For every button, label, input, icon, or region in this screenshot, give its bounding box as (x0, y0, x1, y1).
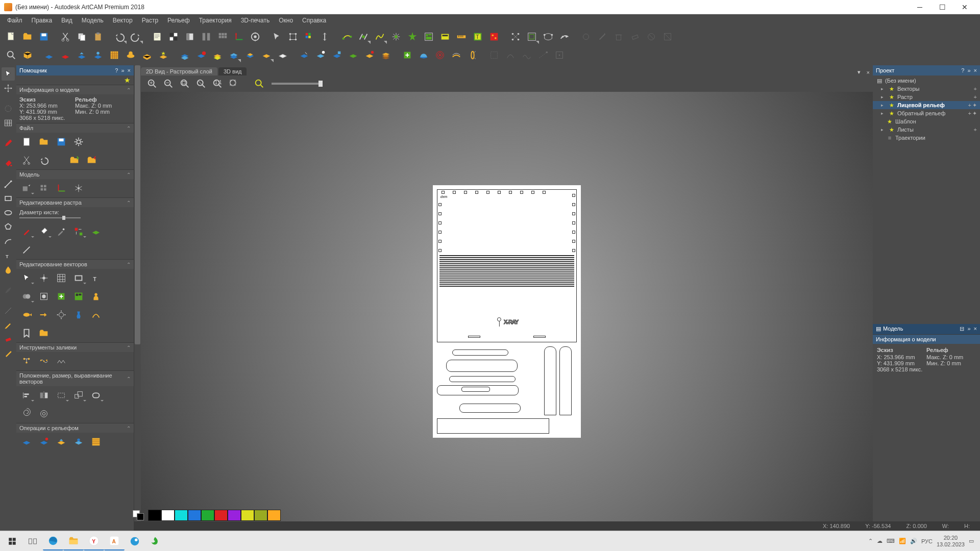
select-arrow-icon[interactable] (2, 67, 15, 81)
shape-inside-icon[interactable] (37, 289, 51, 304)
lighting-icon[interactable] (166, 30, 181, 44)
pick-icon[interactable] (2, 347, 15, 360)
model-section-header[interactable]: Модель⌃ (16, 169, 134, 179)
op-blue-3-icon[interactable] (330, 48, 344, 62)
op-green-icon[interactable] (346, 48, 360, 62)
swatch-white[interactable] (161, 510, 175, 521)
bookmark-icon[interactable] (19, 326, 34, 340)
add2-icon[interactable]: ✦ (972, 102, 977, 109)
zoom-sel-icon[interactable] (194, 77, 208, 91)
color-preview[interactable] (133, 510, 145, 520)
relief-tool-3-icon[interactable] (75, 48, 89, 62)
menu-toolpath[interactable]: Траектория (195, 15, 236, 26)
trash-icon[interactable] (611, 30, 626, 44)
relief-combo-icon[interactable] (54, 435, 68, 449)
origin-icon[interactable] (232, 30, 246, 44)
axis-icon[interactable] (54, 181, 68, 195)
polygon-icon[interactable] (2, 220, 15, 234)
cut-icon[interactable] (58, 30, 72, 44)
minimize-button[interactable]: ─ (909, 0, 931, 14)
table-icon[interactable] (2, 116, 15, 130)
edge-browser-icon[interactable] (43, 532, 63, 550)
arc-icon[interactable] (2, 235, 15, 248)
person-icon[interactable] (89, 289, 103, 304)
tree-item-toolpaths[interactable]: ≡Траектории (873, 134, 980, 142)
shape-merge-icon[interactable] (19, 289, 34, 304)
dashed-box-icon[interactable] (487, 48, 501, 62)
layer-add-icon[interactable] (178, 48, 192, 62)
line2-icon[interactable] (19, 243, 34, 257)
color-swap-icon[interactable] (71, 224, 86, 239)
hide-icon[interactable] (660, 30, 675, 44)
app-green-icon[interactable] (145, 532, 165, 550)
tree-root[interactable]: ▤(Без имени) (873, 77, 980, 85)
layer-blue-icon[interactable] (227, 48, 241, 62)
zoom-star-icon[interactable] (252, 77, 266, 91)
transform-tool-icon[interactable] (286, 30, 300, 44)
radial-icon[interactable] (433, 48, 447, 62)
scale-icon[interactable] (71, 388, 86, 403)
grid2-icon[interactable] (37, 181, 51, 195)
tray-keyboard-icon[interactable]: ⌨ (887, 538, 895, 544)
node2-icon[interactable] (37, 271, 51, 285)
export-folder-icon[interactable] (85, 153, 99, 167)
new-file-icon[interactable] (4, 30, 18, 44)
zoom-in-icon[interactable] (145, 77, 159, 91)
project-chev-icon[interactable]: » (967, 67, 970, 73)
project-close-icon[interactable]: × (974, 67, 977, 73)
paste-icon[interactable] (91, 30, 105, 44)
tray-notifications-icon[interactable]: ▭ (969, 538, 974, 544)
layer-white-icon[interactable] (276, 48, 290, 62)
menu-window[interactable]: Окно (275, 15, 297, 26)
layer-gold-icon[interactable] (210, 48, 225, 62)
menu-view[interactable]: Вид (57, 15, 77, 26)
dome-icon[interactable] (416, 48, 431, 62)
fill-section-header[interactable]: Инструменты заливки⌃ (16, 342, 134, 352)
texture-icon[interactable] (487, 30, 501, 44)
swatch-red[interactable] (214, 510, 228, 521)
resize-icon[interactable] (19, 181, 34, 195)
cut2-icon[interactable] (19, 153, 34, 167)
menu-edit[interactable]: Правка (28, 15, 57, 26)
pan-icon[interactable] (2, 102, 15, 115)
close-button[interactable]: ✕ (953, 0, 976, 14)
pencil-icon[interactable] (2, 137, 15, 150)
brush-icon[interactable] (2, 318, 15, 332)
feather-icon[interactable] (2, 284, 15, 297)
relief-ops-header[interactable]: Операции с рельефом⌃ (16, 423, 134, 433)
tray-wifi-icon[interactable]: 📶 (899, 538, 906, 544)
assistant-scrollbar[interactable] (134, 65, 141, 531)
swatch-black[interactable] (148, 510, 161, 521)
wire-icon[interactable] (449, 48, 463, 62)
spiral-icon[interactable] (19, 407, 34, 421)
assistant-chev-icon[interactable]: » (121, 67, 124, 73)
gear-icon[interactable] (54, 308, 68, 322)
tree-item-sheets[interactable]: ▸★Листы+ (873, 126, 980, 134)
open-folder-icon[interactable] (20, 30, 35, 44)
star-favorite-icon[interactable]: ★ (124, 76, 131, 84)
model-pin-icon[interactable]: ⊟ (960, 325, 964, 332)
save-icon[interactable] (37, 30, 51, 44)
weave-icon[interactable] (107, 48, 121, 62)
measure-icon[interactable] (454, 30, 469, 44)
swatch-cyan[interactable] (175, 510, 188, 521)
envelope-icon[interactable] (541, 30, 555, 44)
bezier-node-icon[interactable] (508, 30, 523, 44)
brush-red-icon[interactable] (19, 224, 34, 239)
relief-blue-icon[interactable] (19, 435, 34, 449)
extrude-icon[interactable] (140, 48, 154, 62)
curve-smooth-icon[interactable] (520, 48, 534, 62)
layer-gold2-icon[interactable] (259, 48, 274, 62)
nest2-icon[interactable] (71, 289, 86, 304)
star-icon[interactable] (405, 30, 420, 44)
bucket2-icon[interactable] (37, 224, 51, 239)
plate-icon[interactable] (438, 30, 452, 44)
tree-item-raster[interactable]: ▸★Растр+ (873, 93, 980, 101)
save-doc-icon[interactable] (54, 135, 68, 149)
fill-zigzag-icon[interactable] (54, 354, 68, 368)
relief-mix-icon[interactable] (37, 435, 51, 449)
tabs-menu-icon[interactable]: ▾ (854, 69, 864, 76)
rect2-icon[interactable] (71, 271, 86, 285)
undo2-icon[interactable] (37, 153, 51, 167)
relief-grad-icon[interactable] (71, 435, 86, 449)
